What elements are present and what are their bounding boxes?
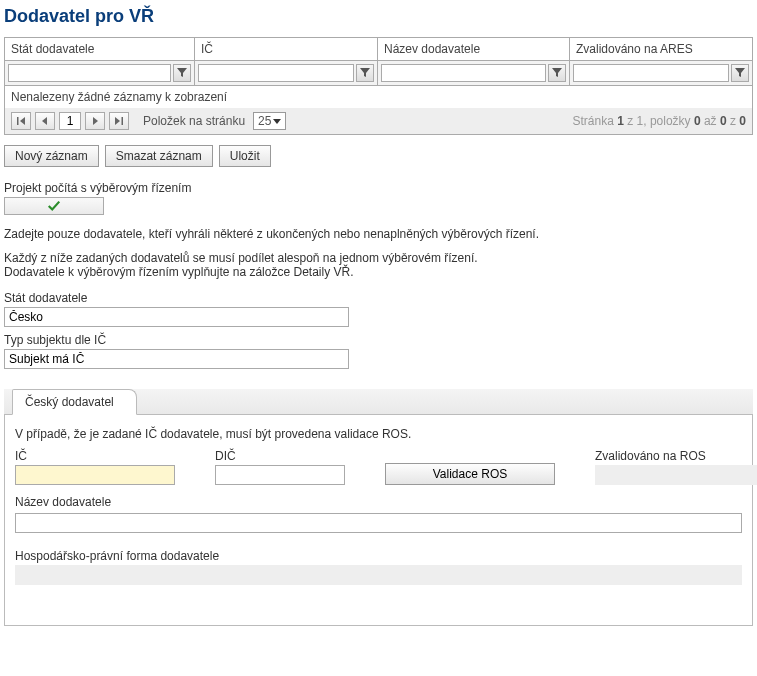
filter-input-nazev[interactable] xyxy=(381,64,546,82)
ros-value xyxy=(595,465,757,485)
pager-summary: Stránka 1 z 1, položky 0 až 0 z 0 xyxy=(573,114,747,128)
filter-icon xyxy=(735,68,745,78)
new-record-button[interactable]: Nový záznam xyxy=(4,145,99,167)
grid-empty-text: Nenalezeny žádné záznamy k zobrazení xyxy=(4,86,753,108)
tab-panel: V případě, že je zadané IČ dodavatele, m… xyxy=(4,415,753,626)
col-header-nazev[interactable]: Název dodavatele xyxy=(378,38,570,61)
ic-input[interactable] xyxy=(15,465,175,485)
filter-button-ic[interactable] xyxy=(356,64,374,82)
dic-label: DIČ xyxy=(215,449,345,463)
pager-prev-button[interactable] xyxy=(35,112,55,130)
nazev-label: Název dodavatele xyxy=(15,495,742,509)
col-header-ares[interactable]: Zvalidováno na ARES xyxy=(570,38,753,61)
nazev-input[interactable] xyxy=(15,513,742,533)
vr-checkbox-label: Projekt počítá s výběrovým řízením xyxy=(4,181,753,195)
tab-cesky-dodavatel[interactable]: Český dodavatel xyxy=(12,389,137,415)
col-header-ic[interactable]: IČ xyxy=(195,38,378,61)
check-icon xyxy=(47,199,61,213)
page-size-select[interactable]: 25 xyxy=(253,112,286,130)
forma-value xyxy=(15,565,742,585)
next-page-icon xyxy=(91,117,99,125)
save-button[interactable]: Uložit xyxy=(219,145,271,167)
ros-label: Zvalidováno na ROS xyxy=(595,449,757,463)
filter-button-nazev[interactable] xyxy=(548,64,566,82)
last-page-icon xyxy=(115,117,123,125)
tab-note: V případě, že je zadané IČ dodavatele, m… xyxy=(15,427,742,441)
filter-button-ares[interactable] xyxy=(731,64,749,82)
col-header-stat[interactable]: Stát dodavatele xyxy=(5,38,195,61)
filter-input-stat[interactable] xyxy=(8,64,171,82)
pager-last-button[interactable] xyxy=(109,112,129,130)
ic-label: IČ xyxy=(15,449,175,463)
prev-page-icon xyxy=(41,117,49,125)
filter-input-ic[interactable] xyxy=(198,64,354,82)
filter-input-ares[interactable] xyxy=(573,64,729,82)
filter-icon xyxy=(360,68,370,78)
info-text-3: Dodavatele k výběrovým řízením vyplňujte… xyxy=(4,265,753,279)
delete-record-button[interactable]: Smazat záznam xyxy=(105,145,213,167)
items-per-page-label: Položek na stránku xyxy=(143,114,245,128)
supplier-grid: Stát dodavatele IČ Název dodavatele Zval… xyxy=(4,37,753,86)
info-text-2: Každý z níže zadaných dodavatelů se musí… xyxy=(4,251,753,265)
pager: Položek na stránku 25 Stránka 1 z 1, pol… xyxy=(4,108,753,135)
info-text-1: Zadejte pouze dodavatele, kteří vyhráli … xyxy=(4,227,753,241)
pager-next-button[interactable] xyxy=(85,112,105,130)
stat-input[interactable] xyxy=(4,307,349,327)
validate-ros-button[interactable]: Validace ROS xyxy=(385,463,555,485)
forma-label: Hospodářsko-právní forma dodavatele xyxy=(15,549,742,563)
tab-strip: Český dodavatel xyxy=(4,389,753,415)
pager-page-input[interactable] xyxy=(59,112,81,130)
filter-icon xyxy=(177,68,187,78)
vr-checkbox[interactable] xyxy=(4,197,104,215)
stat-label: Stát dodavatele xyxy=(4,291,753,305)
filter-button-stat[interactable] xyxy=(173,64,191,82)
first-page-icon xyxy=(17,117,25,125)
page-size-value: 25 xyxy=(258,114,271,128)
page-title: Dodavatel pro VŘ xyxy=(4,6,753,27)
typ-input[interactable] xyxy=(4,349,349,369)
pager-first-button[interactable] xyxy=(11,112,31,130)
dic-input[interactable] xyxy=(215,465,345,485)
typ-label: Typ subjektu dle IČ xyxy=(4,333,753,347)
filter-icon xyxy=(552,68,562,78)
